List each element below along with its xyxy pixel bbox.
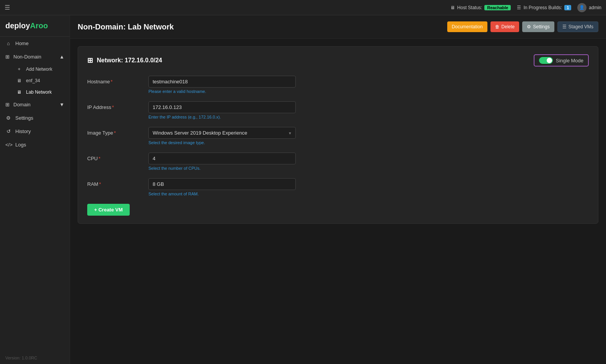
delete-icon: 🗑 — [495, 24, 500, 29]
page-header: Non-Domain: Lab Network Documentation 🗑 … — [70, 15, 606, 39]
settings-button[interactable]: ⚙ Settings — [522, 21, 554, 32]
monitor-enf34-icon: 🖥 — [16, 78, 22, 83]
ram-group: RAM* Select the amount of RAM. — [87, 178, 589, 196]
ip-address-field: Enter the IP address (e.g., 172.16.0.x). — [148, 101, 296, 119]
ram-label: RAM* — [87, 178, 141, 187]
in-progress-builds: ☰ In Progress Builds: 1 — [517, 5, 571, 10]
create-vm-button[interactable]: + Create VM — [87, 204, 130, 216]
sidebar-section-non-domain-label: Non-Domain — [13, 54, 41, 60]
cpu-hint: Select the number of CPUs. — [148, 166, 296, 171]
monitor-lab-icon: 🖥 — [16, 89, 22, 95]
version-footer: Version: 1.0.0RC — [0, 352, 70, 364]
hostname-field: Please enter a valid hostname. — [148, 76, 296, 94]
cpu-field: Select the number of CPUs. — [148, 153, 296, 171]
sidebar-item-settings[interactable]: ⚙ Settings — [0, 111, 70, 125]
sidebar-item-add-network[interactable]: + Add Network — [11, 63, 70, 75]
build-count-badge: 1 — [564, 5, 571, 10]
header-actions: Documentation 🗑 Delete ⚙ Settings ☰ Stag… — [447, 21, 598, 32]
ip-address-hint: Enter the IP address (e.g., 172.16.0.x). — [148, 115, 296, 119]
add-icon: + — [16, 67, 22, 72]
cpu-label: CPU* — [87, 153, 141, 161]
sidebar-item-history[interactable]: ↺ History — [0, 125, 70, 138]
history-icon: ↺ — [5, 128, 11, 134]
admin-label: admin — [589, 5, 601, 10]
toggle-thumb — [547, 58, 552, 63]
hostname-input[interactable] — [148, 76, 296, 88]
ram-hint: Select the amount of RAM. — [148, 192, 296, 196]
hostname-group: Hostname* Please enter a valid hostname. — [87, 76, 589, 94]
hamburger-icon[interactable]: ☰ — [5, 4, 10, 11]
documentation-button[interactable]: Documentation — [447, 21, 487, 32]
image-type-hint: Select the desired image type. — [148, 140, 296, 145]
sidebar-section-domain[interactable]: ⊞ Domain ▼ — [0, 98, 70, 111]
ip-address-label: IP Address* — [87, 101, 141, 110]
sidebar-item-history-label: History — [15, 128, 31, 134]
non-domain-icon: ⊞ — [5, 54, 10, 60]
ram-field: Select the amount of RAM. — [148, 178, 296, 196]
single-mode-toggle[interactable] — [539, 57, 553, 64]
in-progress-label: In Progress Builds: — [523, 5, 562, 10]
chevron-down-icon: ▼ — [59, 102, 64, 107]
sidebar-section-non-domain[interactable]: ⊞ Non-Domain ▲ — [0, 50, 70, 63]
ram-input[interactable] — [148, 178, 296, 190]
host-status-label: Host Status: — [457, 5, 482, 10]
domain-icon: ⊞ — [5, 102, 10, 107]
host-status: 🖥 Host Status: Reachable — [450, 5, 511, 10]
network-icon: ⊞ — [87, 56, 93, 65]
network-title: Network: 172.16.0.0/24 — [97, 57, 162, 64]
card-title: ⊞ Network: 172.16.0.0/24 — [87, 56, 162, 65]
admin-user[interactable]: 👤 admin — [577, 3, 601, 12]
home-icon: ⌂ — [5, 41, 11, 46]
topbar: ☰ 🖥 Host Status: Reachable ☰ In Progress… — [0, 0, 606, 15]
main-area: ⊞ Network: 172.16.0.0/24 Single Mode — [70, 39, 606, 364]
monitor-icon: 🖥 — [450, 5, 455, 10]
sidebar-item-settings-label: Settings — [15, 115, 33, 121]
ip-address-input[interactable] — [148, 101, 296, 113]
settings-icon: ⚙ — [5, 115, 11, 121]
chevron-up-icon: ▲ — [59, 54, 64, 60]
hostname-label: Hostname* — [87, 76, 141, 84]
delete-button[interactable]: 🗑 Delete — [490, 21, 520, 32]
single-mode-label: Single Mode — [556, 58, 583, 63]
logo: deployAroo — [0, 15, 70, 37]
sidebar-item-add-network-label: Add Network — [26, 67, 52, 72]
settings-btn-icon: ⚙ — [527, 24, 531, 29]
sidebar-item-enf34[interactable]: 🖥 enf_34 — [11, 75, 70, 86]
sidebar-item-lab-network[interactable]: 🖥 Lab Network — [11, 86, 70, 98]
ip-address-group: IP Address* Enter the IP address (e.g., … — [87, 101, 589, 119]
network-card: ⊞ Network: 172.16.0.0/24 Single Mode — [78, 46, 598, 224]
staged-icon: ☰ — [562, 24, 567, 29]
cpu-group: CPU* Select the number of CPUs. — [87, 153, 589, 171]
sidebar-item-home[interactable]: ⌂ Home — [0, 37, 70, 50]
page-title: Non-Domain: Lab Network — [78, 23, 174, 31]
hostname-hint: Please enter a valid hostname. — [148, 89, 296, 94]
image-type-field: Windows Server 2019 Desktop Experience W… — [148, 127, 296, 145]
image-type-select-wrapper: Windows Server 2019 Desktop Experience W… — [148, 127, 296, 139]
single-mode-toggle-wrapper[interactable]: Single Mode — [534, 54, 589, 67]
staged-vms-button[interactable]: ☰ Staged VMs — [557, 21, 598, 32]
sidebar-item-logs-label: Logs — [15, 142, 26, 148]
image-type-select[interactable]: Windows Server 2019 Desktop Experience W… — [148, 127, 296, 139]
cpu-input[interactable] — [148, 153, 296, 164]
sidebar: deployAroo ⌂ Home ⊞ Non-Domain ▲ + Add N… — [0, 15, 70, 364]
host-status-badge: Reachable — [484, 5, 511, 10]
version-text: Version: 1.0.0RC — [5, 356, 37, 360]
sidebar-section-domain-label: Domain — [13, 102, 31, 107]
card-header: ⊞ Network: 172.16.0.0/24 Single Mode — [87, 54, 589, 67]
sidebar-item-logs[interactable]: </> Logs — [0, 138, 70, 151]
sidebar-item-home-label: Home — [15, 41, 29, 46]
image-type-group: Image Type* Windows Server 2019 Desktop … — [87, 127, 589, 145]
image-type-label: Image Type* — [87, 127, 141, 136]
sidebar-item-enf34-label: enf_34 — [26, 78, 40, 83]
list-icon: ☰ — [517, 5, 521, 10]
avatar: 👤 — [577, 3, 586, 12]
logs-icon: </> — [5, 142, 11, 148]
sidebar-item-lab-network-label: Lab Network — [26, 89, 52, 95]
